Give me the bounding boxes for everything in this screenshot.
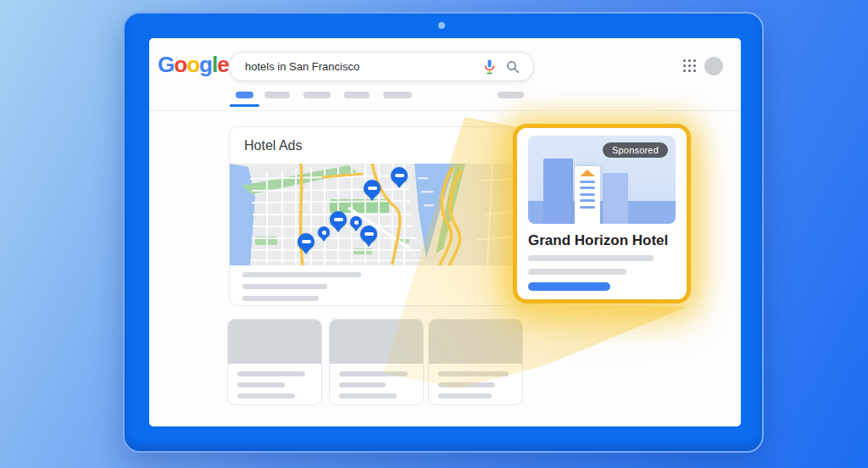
logo-letter: e <box>217 52 228 77</box>
hotel-name: Grand Horizon Hotel <box>528 232 668 249</box>
result-card-image <box>330 320 423 364</box>
map-pin[interactable] <box>298 233 314 250</box>
placeholder-line <box>242 296 319 301</box>
placeholder-line <box>237 382 285 387</box>
logo-letter: o <box>174 52 186 77</box>
tab-pill[interactable] <box>498 92 524 98</box>
cta-button[interactable] <box>528 282 610 291</box>
placeholder-line <box>438 371 509 376</box>
search-input[interactable]: hotels in San Francisco <box>229 52 534 81</box>
tablet-device: Google hotels in San Francisco <box>123 12 764 453</box>
result-card[interactable] <box>329 319 424 405</box>
placeholder-line <box>528 269 626 275</box>
building-hotel <box>575 166 600 224</box>
logo-letter: G <box>158 52 174 77</box>
placeholder-line <box>339 382 386 387</box>
map-pin[interactable] <box>318 226 330 238</box>
placeholder-line <box>242 272 361 277</box>
hotel-roof-icon <box>580 170 595 176</box>
placeholder-line <box>438 393 492 398</box>
logo-letter: g <box>199 52 212 77</box>
result-card-image <box>228 320 321 364</box>
placeholder-line <box>242 284 327 289</box>
placeholder-line <box>237 393 295 398</box>
placeholder-line <box>339 371 408 376</box>
logo-letter: o <box>186 52 199 77</box>
header-divider <box>149 110 741 111</box>
map-pin[interactable] <box>330 211 347 228</box>
search-query-text: hotels in San Francisco <box>245 60 484 73</box>
hotel-ads-title: Hotel Ads <box>244 138 302 153</box>
apps-grid-icon[interactable] <box>683 59 696 72</box>
building-left <box>543 159 573 224</box>
building-right <box>603 173 628 224</box>
active-tab-underline <box>230 104 259 107</box>
placeholder-line <box>339 393 397 398</box>
illustration-background: Google hotels in San Francisco <box>0 0 868 468</box>
mic-icon[interactable] <box>484 59 495 75</box>
hotels-map[interactable] <box>230 164 516 265</box>
placeholder-line <box>438 382 495 387</box>
tab-pill-active[interactable] <box>236 92 253 98</box>
map-pin[interactable] <box>360 226 377 242</box>
result-card-image <box>429 320 522 364</box>
sponsored-badge: Sponsored <box>603 142 668 158</box>
search-icon[interactable] <box>506 60 520 74</box>
hotel-ads-card: Hotel Ads <box>229 126 517 306</box>
user-avatar[interactable] <box>704 57 723 75</box>
result-card[interactable] <box>227 319 322 405</box>
sponsored-hotel-card[interactable]: Sponsored Grand Horizon Hotel <box>513 124 691 304</box>
placeholder-line <box>237 371 305 376</box>
placeholder-line <box>528 255 654 261</box>
map-pin[interactable] <box>364 180 381 197</box>
result-card[interactable] <box>428 319 523 405</box>
tab-pill[interactable] <box>383 92 412 98</box>
tab-pill[interactable] <box>344 92 370 98</box>
tab-pill[interactable] <box>303 92 331 98</box>
browser-screen: Google hotels in San Francisco <box>149 38 741 426</box>
google-logo: Google <box>158 53 229 76</box>
tab-pill[interactable] <box>264 92 290 98</box>
hotel-ads-placeholder-lines <box>242 272 361 308</box>
camera-dot <box>438 22 445 29</box>
map-pins <box>230 164 516 265</box>
map-pin[interactable] <box>391 167 408 184</box>
